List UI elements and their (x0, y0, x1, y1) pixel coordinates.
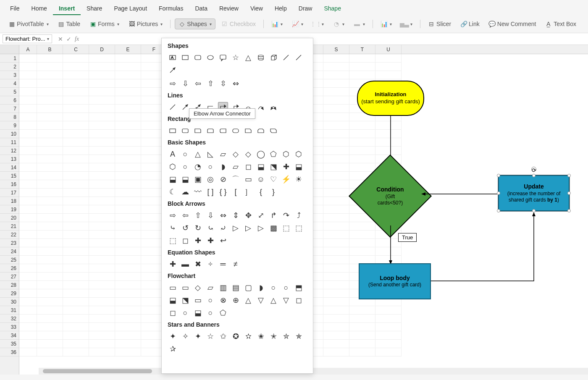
cell[interactable] (375, 79, 402, 88)
cell[interactable] (37, 79, 63, 88)
cell[interactable] (63, 273, 89, 281)
cell[interactable] (375, 281, 402, 289)
cell[interactable] (115, 281, 141, 289)
cell[interactable] (89, 71, 115, 79)
cell[interactable] (323, 54, 349, 63)
cell[interactable] (89, 340, 115, 348)
cell[interactable] (349, 79, 375, 88)
shape-option[interactable]: ▭ (193, 295, 203, 305)
shape-option[interactable]: ▷ (243, 223, 253, 233)
shape-option[interactable]: ▷ (231, 223, 241, 233)
shape-option[interactable]: ▱ (205, 283, 215, 293)
cell[interactable] (349, 147, 375, 155)
cell[interactable] (89, 239, 115, 247)
chart-bar-button[interactable]: ▬▾ (350, 19, 368, 29)
star-shape[interactable]: ☆ (231, 52, 241, 63)
cell[interactable] (115, 214, 141, 222)
cell[interactable] (63, 121, 89, 130)
cell[interactable] (349, 256, 375, 264)
shape-option[interactable]: ◇ (231, 149, 241, 159)
cell[interactable] (375, 147, 402, 155)
cell[interactable] (37, 113, 63, 121)
row-header[interactable]: 16 (0, 180, 19, 189)
shape-option[interactable]: ⬠ (268, 149, 278, 159)
row-header[interactable]: 35 (0, 340, 19, 348)
shape-option[interactable]: ⊘ (218, 174, 228, 184)
cell[interactable] (37, 138, 63, 147)
cell[interactable] (19, 180, 37, 189)
rect-4[interactable] (205, 126, 215, 136)
cell[interactable] (349, 214, 375, 222)
cell[interactable] (349, 306, 375, 314)
shape-option[interactable]: ◔ (193, 162, 203, 172)
cell[interactable] (349, 63, 375, 71)
link-button[interactable]: 🔗 Link (457, 19, 483, 29)
menu-page-layout[interactable]: Page Layout (108, 3, 153, 15)
cell[interactable] (63, 222, 89, 231)
shape-option[interactable]: ⊗ (218, 295, 228, 305)
cell[interactable] (323, 273, 349, 281)
rectangle-shape[interactable] (180, 52, 190, 63)
cell[interactable] (19, 331, 37, 340)
shape-option[interactable]: ▭ (180, 283, 190, 293)
line-connector[interactable] (168, 102, 178, 112)
row-header[interactable]: 30 (0, 298, 19, 306)
cell[interactable] (89, 264, 115, 273)
cell[interactable] (89, 172, 115, 180)
shape-option[interactable]: A (168, 149, 178, 159)
cell[interactable] (349, 121, 375, 130)
cube-shape[interactable] (268, 52, 278, 63)
cell[interactable] (323, 331, 349, 340)
rect-7[interactable] (243, 126, 253, 136)
column-header[interactable]: E (115, 45, 141, 54)
equals-shape[interactable]: ═ (218, 259, 228, 269)
cell[interactable] (37, 239, 63, 247)
cell[interactable] (63, 155, 89, 163)
cell[interactable] (37, 96, 63, 105)
cell[interactable] (323, 79, 349, 88)
cell[interactable] (323, 138, 349, 147)
column-header[interactable]: A (19, 45, 37, 54)
column-header[interactable]: B (37, 45, 63, 54)
cell[interactable] (115, 105, 141, 113)
shape-option[interactable]: ⬔ (268, 162, 278, 172)
formula-bar[interactable] (82, 35, 588, 43)
menu-data[interactable]: Data (189, 3, 213, 15)
cell[interactable] (115, 273, 141, 281)
cell[interactable] (19, 222, 37, 231)
shape-option[interactable]: 〰 (193, 187, 203, 197)
shape-option[interactable]: ⇧ (193, 210, 203, 220)
cell[interactable] (37, 256, 63, 264)
cell[interactable] (37, 222, 63, 231)
cell[interactable] (323, 247, 349, 256)
cell[interactable] (323, 197, 349, 205)
shape-option[interactable]: ▽ (281, 295, 291, 305)
cell[interactable] (63, 197, 89, 205)
cell[interactable] (89, 105, 115, 113)
cell[interactable] (63, 54, 89, 63)
cell[interactable] (63, 163, 89, 172)
shape-option[interactable]: ✯ (294, 331, 304, 341)
cell[interactable] (349, 331, 375, 340)
right-arrow-shape[interactable]: ⇨ (168, 79, 178, 89)
cell[interactable] (375, 189, 402, 197)
cell[interactable] (19, 105, 37, 113)
cell[interactable] (37, 281, 63, 289)
cell[interactable] (37, 289, 63, 298)
cell[interactable] (63, 340, 89, 348)
cell[interactable] (37, 348, 63, 356)
cell[interactable] (19, 130, 37, 138)
cell[interactable] (375, 314, 402, 323)
shape-option[interactable]: ▤ (231, 283, 241, 293)
cell[interactable] (323, 147, 349, 155)
horizontal-scrollbar[interactable] (39, 368, 588, 375)
cell[interactable] (19, 264, 37, 273)
cell[interactable] (19, 121, 37, 130)
cell[interactable] (89, 289, 115, 298)
cell[interactable] (19, 155, 37, 163)
cell[interactable] (323, 214, 349, 222)
shape-option[interactable]: ▥ (218, 283, 228, 293)
shape-option[interactable]: ］ (243, 187, 253, 197)
cell[interactable] (375, 54, 402, 63)
cell[interactable] (89, 247, 115, 256)
